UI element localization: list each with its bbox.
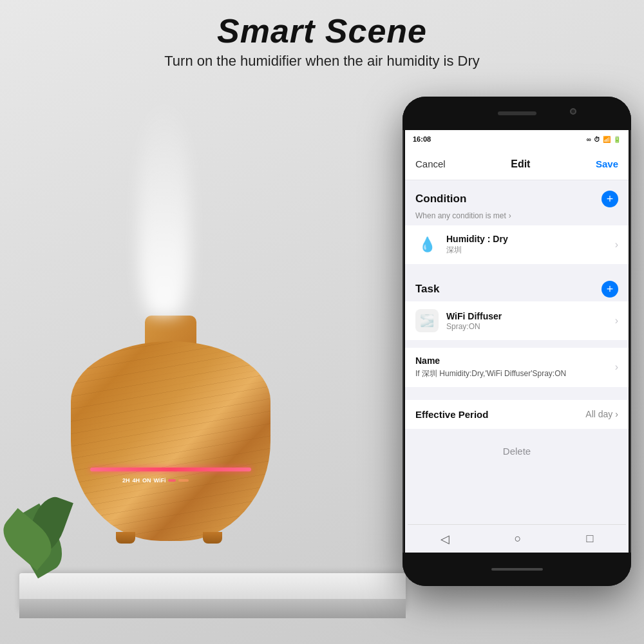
steam-effect (138, 97, 190, 316)
battery-icon: 🔋 (613, 136, 621, 143)
save-button[interactable]: Save (596, 158, 618, 169)
speaker-grill (498, 111, 536, 115)
ctrl-btn-1[interactable] (168, 479, 176, 482)
drop-icon: 💧 (419, 236, 436, 253)
task-chevron: › (615, 315, 618, 327)
home-button[interactable]: ○ (515, 532, 522, 545)
diffuser-icon: 🌫️ (415, 309, 439, 332)
ctrl-2h: 2H (122, 477, 130, 484)
delete-button[interactable]: Delete (503, 446, 531, 457)
smartphone: 16:08 ∞ ⏱ 📶 🔋 Cancel Edit Save Condition… (402, 97, 631, 586)
control-panel: 2H 4H ON WiFi (122, 471, 219, 489)
home-indicator (491, 568, 543, 571)
name-label: Name (415, 355, 615, 366)
ctrl-4h: 4H (133, 477, 140, 484)
period-value-text: All day (585, 409, 612, 419)
add-task-button[interactable]: + (601, 281, 618, 298)
task-left: 🌫️ WiFi Diffuser Spray:ON (415, 309, 502, 332)
recents-button[interactable]: □ (587, 532, 594, 545)
separator-1 (405, 265, 629, 270)
page-subtitle: Turn on the humidifier when the air humi… (0, 53, 644, 70)
header: Smart Scene Turn on the humidifier when … (0, 12, 644, 70)
effective-period-section[interactable]: Effective Period All day › (405, 400, 629, 429)
edit-title: Edit (511, 158, 530, 170)
task-item[interactable]: 🌫️ WiFi Diffuser Spray:ON › (405, 301, 629, 340)
phone-top-bezel (402, 97, 631, 130)
task-sub: Spray:ON (446, 322, 502, 331)
name-section[interactable]: Name If 深圳 Humidity:Dry,'WiFi Diffuser'S… (405, 348, 629, 387)
add-condition-button[interactable]: + (601, 191, 618, 207)
name-chevron: › (615, 361, 618, 373)
task-title: Task (415, 283, 440, 296)
phone-screen: 16:08 ∞ ⏱ 📶 🔋 Cancel Edit Save Condition… (405, 130, 629, 553)
steam-visual (138, 97, 190, 316)
period-label: Effective Period (415, 409, 488, 420)
humidifier-foot-left (116, 532, 135, 544)
cancel-button[interactable]: Cancel (415, 158, 446, 169)
task-section-header: Task + (405, 270, 629, 301)
android-nav-bar: ◁ ○ □ (408, 524, 626, 553)
humidifier-vase: 2H 4H ON WiFi (71, 341, 270, 541)
wood-grain-texture (71, 341, 270, 541)
condition-section-header: Condition + (405, 180, 629, 211)
condition-text: Humidity : Dry 深圳 (446, 234, 508, 256)
plant-decoration (6, 444, 84, 573)
condition-row: 💧 Humidity : Dry 深圳 › (415, 233, 618, 256)
back-button[interactable]: ◁ (440, 532, 450, 546)
name-row: Name If 深圳 Humidity:Dry,'WiFi Diffuser'S… (415, 355, 618, 379)
phone-bottom-bezel (402, 553, 631, 586)
condition-left: 💧 Humidity : Dry 深圳 (415, 233, 508, 256)
ctrl-on: ON (142, 477, 151, 484)
infinity-icon: ∞ (587, 136, 591, 143)
table-front (19, 599, 406, 618)
chevron-down-icon: › (509, 211, 511, 220)
delete-section: Delete (405, 437, 629, 466)
humidifier-foot-right (203, 532, 222, 544)
name-content: Name If 深圳 Humidity:Dry,'WiFi Diffuser'S… (415, 355, 615, 379)
status-icons: ∞ ⏱ 📶 🔋 (587, 136, 621, 143)
condition-main: Humidity : Dry (446, 234, 508, 244)
name-value: If 深圳 Humidity:Dry,'WiFi Diffuser'Spray:… (415, 368, 615, 379)
task-main: WiFi Diffuser (446, 311, 502, 321)
humidifier-scene: 2H 4H ON WiFi (19, 90, 393, 618)
humidity-icon-wrapper: 💧 (415, 233, 439, 256)
condition-item[interactable]: 💧 Humidity : Dry 深圳 › (405, 225, 629, 264)
period-value: All day › (585, 409, 618, 419)
separator-2 (405, 341, 629, 346)
front-camera (570, 108, 576, 115)
status-bar: 16:08 ∞ ⏱ 📶 🔋 (405, 130, 629, 148)
condition-chevron: › (615, 239, 618, 251)
period-chevron: › (615, 409, 618, 419)
page-title: Smart Scene (0, 12, 644, 50)
condition-title: Condition (415, 193, 466, 205)
condition-sub: 深圳 (446, 245, 508, 256)
condition-subtitle: When any condition is met › (405, 211, 629, 225)
task-row: 🌫️ WiFi Diffuser Spray:ON › (415, 309, 618, 332)
ctrl-btn-2[interactable] (178, 479, 189, 482)
screen-content: Condition + When any condition is met › … (405, 180, 629, 524)
separator-3 (405, 387, 629, 392)
status-time: 16:08 (413, 135, 431, 143)
app-navbar: Cancel Edit Save (405, 148, 629, 180)
ctrl-wifi: WiFi (154, 477, 166, 484)
clock-icon: ⏱ (594, 136, 600, 143)
humidifier-body: 2H 4H ON WiFi (71, 328, 270, 567)
task-text: WiFi Diffuser Spray:ON (446, 311, 502, 331)
wifi-icon: 📶 (603, 136, 611, 143)
